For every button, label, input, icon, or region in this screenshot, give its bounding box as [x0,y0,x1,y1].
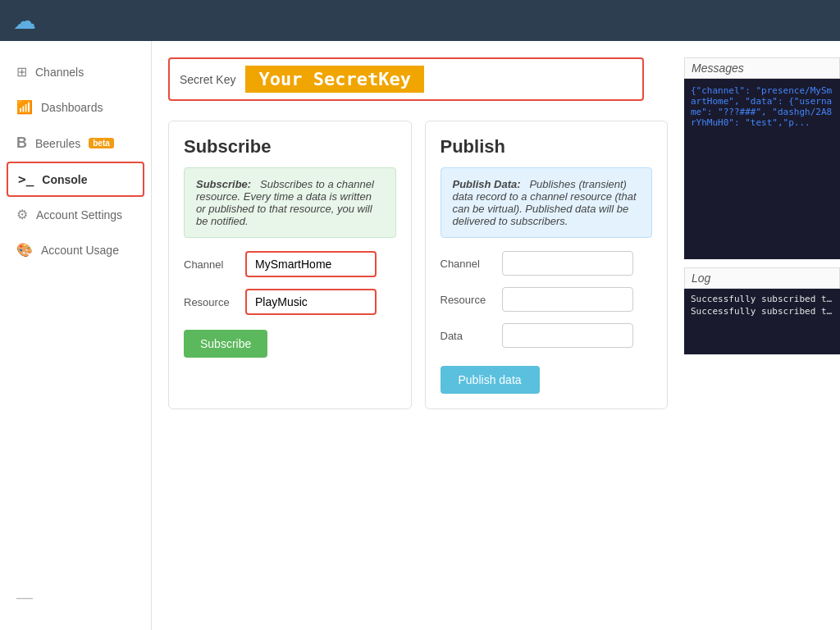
sidebar: ⊞ Channels 📶 Dashboards B Beerules beta … [0,41,152,630]
publish-panel: Publish Publish Data: Publishes (transie… [425,121,669,409]
subscribe-resource-label: Resource [184,296,237,308]
subscribe-description: Subscribe: Subscribes to a channel resou… [184,167,396,238]
publish-resource-input[interactable] [502,287,633,312]
publish-data-row: Data [441,323,653,348]
log-line-2: Successfully subscribed to MySmartH [691,306,833,317]
subscribe-title: Subscribe [184,136,396,158]
subscribe-channel-row: Channel [184,251,396,277]
channels-icon: ⊞ [16,64,27,80]
sidebar-item-channels[interactable]: ⊞ Channels [0,54,151,89]
collapse-icon[interactable]: — [16,588,33,606]
publish-data-input[interactable] [502,323,633,348]
sidebar-item-label: Dashboards [41,101,103,114]
account-usage-icon: 🎨 [16,242,33,258]
logo-icon: ☁ [13,7,36,34]
app-container: ☁ ⊞ Channels 📶 Dashboards B Beerules bet… [0,0,840,630]
log-section: Log Successfully subscribed to presence-… [684,267,840,354]
beerules-icon: B [16,135,27,152]
messages-section: Messages {"channel": "presence/MySmartHo… [684,57,840,259]
publish-button[interactable]: Publish data [441,366,540,394]
dashboards-icon: 📶 [16,99,33,115]
publish-channel-label: Channel [441,258,494,270]
publish-resource-row: Resource [441,287,653,312]
top-nav: ☁ [0,0,840,41]
beta-badge: beta [89,138,114,148]
publish-description: Publish Data: Publishes (transient) data… [441,167,653,238]
publish-resource-label: Resource [441,294,494,306]
subscribe-button[interactable]: Subscribe [184,330,267,358]
log-line-1: Successfully subscribed to presence-M [691,294,833,304]
messages-title: Messages [684,57,840,79]
secret-key-label: Secret Key [180,73,235,86]
subscribe-resource-row: Resource [184,289,396,315]
main-content: Secret Key Your SecretKey Subscribe Subs… [152,41,684,630]
main-layout: ⊞ Channels 📶 Dashboards B Beerules beta … [0,41,840,630]
console-icon: >_ [18,171,34,187]
right-panel: Messages {"channel": "presence/MySmartHo… [684,41,840,630]
secret-key-row: Secret Key Your SecretKey [168,57,644,101]
sidebar-item-account-usage[interactable]: 🎨 Account Usage [0,232,151,267]
publish-channel-input[interactable] [502,251,633,276]
subscribe-channel-label: Channel [184,258,237,271]
sidebar-item-account-settings[interactable]: ⚙ Account Settings [0,197,151,232]
sidebar-item-label: Account Settings [36,208,122,221]
publish-title: Publish [441,136,653,158]
publish-data-label: Data [441,330,494,342]
sidebar-item-label: Channels [35,66,84,79]
log-title: Log [684,267,840,289]
sidebar-item-label: Beerules [35,137,80,150]
log-body: Successfully subscribed to presence-M Su… [684,289,840,354]
sidebar-item-dashboards[interactable]: 📶 Dashboards [0,89,151,125]
subscribe-resource-input[interactable] [245,289,377,315]
publish-channel-row: Channel [441,251,653,276]
messages-content: {"channel": "presence/MySmartHome", "dat… [691,85,832,128]
messages-body: {"channel": "presence/MySmartHome", "dat… [684,79,840,259]
sidebar-item-beerules[interactable]: B Beerules beta [0,125,151,162]
subscribe-channel-input[interactable] [245,251,377,277]
panels-row: Subscribe Subscribe: Subscribes to a cha… [168,121,668,409]
subscribe-panel: Subscribe Subscribe: Subscribes to a cha… [168,121,412,409]
sidebar-item-console[interactable]: >_ Console [7,162,144,197]
publish-desc-label: Publish Data: [453,178,521,190]
account-settings-icon: ⚙ [16,207,28,222]
sidebar-item-label: Account Usage [41,244,119,257]
sidebar-item-label: Console [42,173,87,186]
subscribe-desc-label: Subscribe: [196,178,251,190]
secret-key-value: Your SecretKey [245,66,423,93]
